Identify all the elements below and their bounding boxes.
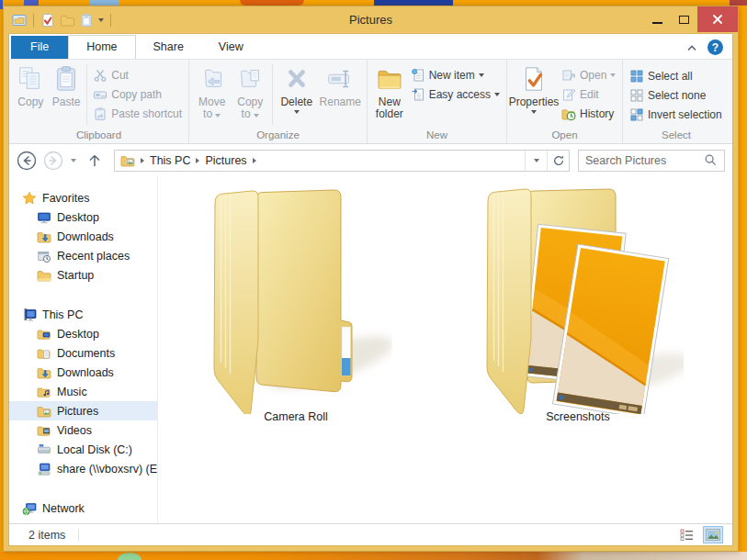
back-button[interactable] <box>13 151 40 171</box>
tab-view[interactable]: View <box>201 36 261 59</box>
cut-button[interactable]: Cut <box>90 65 185 84</box>
properties-quick-icon[interactable] <box>40 13 55 28</box>
delete-icon <box>281 63 312 95</box>
refresh-button[interactable] <box>547 151 569 171</box>
sidebar-item-network-share-drive[interactable]: share (\\vboxsrv) (E: <box>9 459 157 478</box>
sidebar-item-downloads[interactable]: Downloads <box>9 227 157 246</box>
copy-button[interactable]: Copy <box>13 62 49 108</box>
sidebar-item-recent-places[interactable]: Recent places <box>9 246 157 265</box>
folder-item-camera-roll[interactable]: Camera Roll <box>199 183 392 423</box>
new-folder-quick-icon[interactable] <box>60 13 74 28</box>
properties-icon <box>518 63 549 95</box>
address-dropdown-button[interactable] <box>525 151 547 171</box>
sidebar-item-music[interactable]: Music <box>9 382 157 401</box>
explorer-window-icon[interactable] <box>12 13 27 28</box>
sidebar-item-videos[interactable]: Videos <box>9 420 157 440</box>
search-icon[interactable] <box>704 153 718 167</box>
sidebar-item-pc-desktop[interactable]: Desktop <box>9 324 157 343</box>
documents-icon <box>37 346 51 361</box>
paste-button[interactable]: Paste <box>49 62 85 108</box>
minimize-ribbon-icon[interactable] <box>685 42 698 53</box>
delete-button[interactable]: Delete <box>276 62 317 114</box>
easy-access-button[interactable]: Easy access <box>408 84 503 104</box>
maximize-button[interactable] <box>671 6 697 32</box>
desktop-taskbar-fragment <box>0 552 747 560</box>
back-icon <box>17 151 37 171</box>
select-none-button[interactable]: Select none <box>627 85 725 105</box>
sidebar-item-favorites[interactable]: Favorites <box>9 188 157 207</box>
forward-icon <box>43 151 63 171</box>
rename-button[interactable]: Rename <box>318 62 363 108</box>
dropdown-arrow-icon <box>254 114 259 118</box>
new-item-button[interactable]: New item <box>408 65 503 84</box>
up-button[interactable] <box>81 153 108 168</box>
sidebar-item-documents[interactable]: Documents <box>9 343 157 363</box>
tab-home[interactable]: Home <box>68 35 135 59</box>
ribbon-group-new: New folder New item <box>368 60 507 143</box>
dropdown-arrow-icon <box>215 114 221 118</box>
select-all-button[interactable]: Select all <box>627 66 725 85</box>
search-input[interactable] <box>579 154 704 167</box>
explorer-window: Pictures File Home Share View ? <box>3 6 739 552</box>
invert-selection-icon <box>629 107 644 122</box>
folder-label: Screenshots <box>546 410 609 423</box>
recent-places-icon <box>37 249 51 263</box>
thumbnails-view-button[interactable] <box>703 526 723 543</box>
paste-quick-icon[interactable] <box>79 13 94 28</box>
ribbon-tab-row: File Home Share View ? <box>9 34 732 59</box>
sidebar-item-desktop[interactable]: Desktop <box>9 207 157 227</box>
sidebar-item-startup[interactable]: Startup <box>9 265 157 285</box>
edit-button[interactable]: Edit <box>559 84 618 104</box>
sidebar-item-local-disk[interactable]: Local Disk (C:) <box>9 440 157 459</box>
quick-access-toolbar <box>4 13 113 28</box>
sidebar-item-this-pc[interactable]: This PC <box>9 305 157 324</box>
dropdown-arrow-icon <box>479 73 484 77</box>
breadcrumb-chevron-icon <box>141 158 144 163</box>
copy-icon <box>15 63 46 95</box>
details-view-icon <box>680 529 694 541</box>
address-bar[interactable]: This PC Pictures <box>114 150 570 172</box>
copy-to-button[interactable]: Copy to <box>232 62 270 120</box>
network-drive-icon <box>37 462 51 476</box>
close-button[interactable] <box>697 6 738 32</box>
select-all-icon <box>629 69 644 84</box>
forward-button[interactable] <box>40 151 66 171</box>
navigation-pane: Favorites Desktop Download <box>9 175 158 523</box>
paste-shortcut-button[interactable]: Paste shortcut <box>90 104 185 123</box>
this-pc-icon <box>22 308 37 322</box>
chevron-down-icon <box>71 159 76 162</box>
minimize-button[interactable] <box>644 6 671 32</box>
pictures-folder-icon <box>120 153 135 168</box>
breadcrumb-pictures[interactable]: Pictures <box>205 154 246 167</box>
folder-label: Camera Roll <box>264 410 327 423</box>
folder-item-screenshots[interactable]: Screenshots <box>472 183 684 423</box>
easy-access-icon <box>411 87 425 102</box>
local-disk-icon <box>37 442 51 457</box>
properties-button[interactable]: Properties <box>509 62 559 114</box>
new-folder-button[interactable]: New folder <box>371 62 408 120</box>
tab-file[interactable]: File <box>11 36 68 59</box>
favorites-star-icon <box>22 191 37 206</box>
select-none-icon <box>629 88 644 103</box>
history-button[interactable]: History <box>559 104 618 123</box>
sidebar-item-pictures[interactable]: Pictures <box>9 401 157 420</box>
move-to-icon <box>197 63 228 95</box>
move-to-button[interactable]: Move to <box>193 62 232 120</box>
breadcrumb-this-pc[interactable]: This PC <box>150 154 190 167</box>
close-icon <box>712 14 723 25</box>
sidebar-item-network[interactable]: Network <box>9 498 157 518</box>
title-bar[interactable]: Pictures <box>4 6 738 33</box>
help-icon[interactable]: ? <box>707 39 723 55</box>
file-list: Camera Roll <box>159 175 732 523</box>
maximize-icon <box>679 16 689 24</box>
divider <box>86 64 87 125</box>
details-view-button[interactable] <box>676 526 696 543</box>
open-button[interactable]: Open <box>559 65 618 84</box>
tab-share[interactable]: Share <box>136 36 201 59</box>
recent-locations-button[interactable] <box>66 159 81 162</box>
copy-path-button[interactable]: Copy path <box>90 84 185 104</box>
minimize-icon <box>652 22 662 24</box>
qat-dropdown-icon[interactable] <box>98 18 104 22</box>
invert-selection-button[interactable]: Invert selection <box>627 105 725 124</box>
sidebar-item-pc-downloads[interactable]: Downloads <box>9 363 157 382</box>
